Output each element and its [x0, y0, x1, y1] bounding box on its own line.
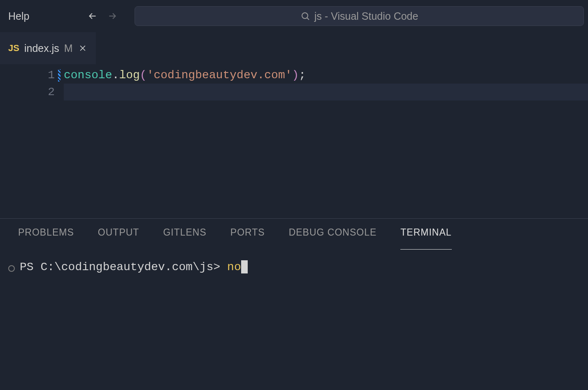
terminal-prompt: PS C:\codingbeautydev.com\js> — [20, 261, 227, 273]
bottom-panel: PROBLEMS OUTPUT GITLENS PORTS DEBUG CONS… — [0, 218, 588, 390]
svg-point-0 — [302, 13, 308, 19]
editor-area[interactable]: 1 2 console.log('codingbeautydev.com'); — [0, 64, 588, 218]
javascript-file-icon: JS — [8, 43, 19, 54]
line-row-1: 1 — [0, 67, 64, 84]
tab-filename: index.js — [24, 42, 59, 54]
modified-line-marker — [58, 69, 60, 82]
nav-arrows — [87, 10, 118, 22]
title-bar: Help js - Visual Studio Code — [0, 0, 588, 32]
help-menu[interactable]: Help — [4, 8, 33, 25]
search-icon — [300, 11, 310, 21]
panel-tab-debug-console[interactable]: DEBUG CONSOLE — [289, 227, 377, 250]
terminal-line[interactable]: PS C:\codingbeautydev.com\js> no — [20, 260, 248, 273]
code-line-1[interactable]: console.log('codingbeautydev.com'); — [64, 67, 588, 84]
command-center-search[interactable]: js - Visual Studio Code — [135, 6, 584, 26]
tab-bar: JS index.js M — [0, 32, 588, 64]
terminal-command-input: no — [227, 261, 241, 273]
panel-tab-bar: PROBLEMS OUTPUT GITLENS PORTS DEBUG CONS… — [0, 219, 588, 250]
terminal-task-icon — [8, 265, 15, 272]
search-text: js - Visual Studio Code — [314, 10, 418, 22]
close-tab-button[interactable] — [78, 43, 88, 53]
token-dot: . — [112, 69, 119, 82]
nav-forward-icon[interactable] — [107, 10, 118, 22]
panel-tab-terminal[interactable]: TERMINAL — [400, 227, 451, 250]
line-gutter: 1 2 — [0, 64, 64, 218]
line-number: 1 — [38, 69, 55, 82]
editor-tab-indexjs[interactable]: JS index.js M — [0, 32, 96, 64]
terminal-body[interactable]: PS C:\codingbeautydev.com\js> no — [0, 250, 588, 284]
code-line-2[interactable] — [64, 84, 588, 100]
line-number: 2 — [38, 86, 55, 98]
token-paren: ) — [292, 69, 299, 82]
token-method: log — [119, 69, 139, 82]
tab-modified-badge: M — [64, 42, 73, 54]
panel-tab-ports[interactable]: PORTS — [230, 227, 265, 250]
terminal-cursor — [241, 260, 248, 273]
svg-line-1 — [307, 18, 309, 20]
token-string: 'codingbeautydev.com' — [147, 69, 292, 82]
nav-back-icon[interactable] — [87, 10, 98, 22]
panel-tab-problems[interactable]: PROBLEMS — [18, 227, 74, 250]
panel-tab-output[interactable]: OUTPUT — [98, 227, 139, 250]
code-content[interactable]: console.log('codingbeautydev.com'); — [64, 64, 588, 218]
line-row-2: 2 — [0, 84, 64, 100]
panel-tab-gitlens[interactable]: GITLENS — [163, 227, 206, 250]
token-paren: ( — [140, 69, 147, 82]
token-semi: ; — [299, 69, 306, 82]
close-icon — [79, 44, 87, 52]
token-object: console — [64, 69, 112, 82]
